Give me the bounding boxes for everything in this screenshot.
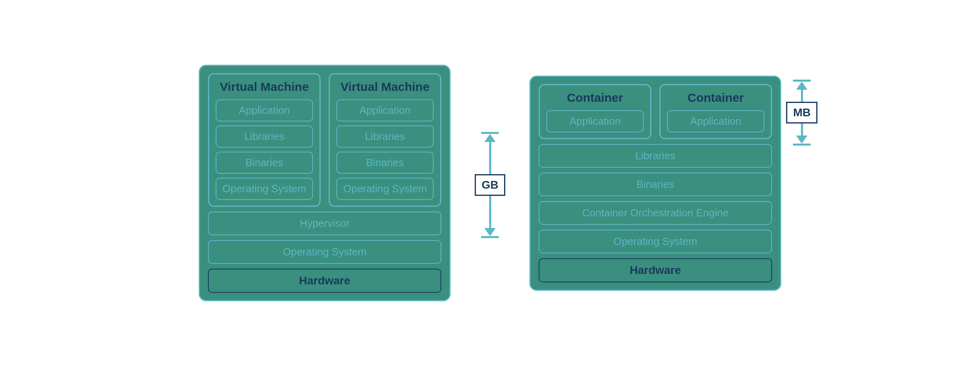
- mb-arrow-line-bottom: [801, 123, 803, 136]
- left-hardware-box: Hardware: [208, 269, 441, 293]
- vm2-title: Virtual Machine: [336, 80, 434, 94]
- vm1-title: Virtual Machine: [216, 80, 313, 94]
- mb-arrow-head-down: [796, 136, 807, 144]
- vm-pair: Virtual Machine Application Libraries Bi…: [208, 73, 441, 207]
- arrow-line-bottom: [489, 196, 491, 228]
- right-libraries-box: Libraries: [539, 144, 772, 168]
- vm1-binaries: Binaries: [216, 152, 313, 174]
- vm1-libraries: Libraries: [216, 125, 313, 148]
- vm-outer-box: Virtual Machine Application Libraries Bi…: [199, 65, 451, 301]
- container-section: Container Application Container Applicat…: [529, 76, 781, 291]
- mb-arrow: MB: [786, 80, 817, 146]
- arrow-head-down: [484, 228, 496, 236]
- vm2-libraries: Libraries: [336, 125, 434, 148]
- right-hardware-box: Hardware: [539, 258, 772, 282]
- vm-section: Virtual Machine Application Libraries Bi…: [199, 65, 451, 301]
- vm2-box: Virtual Machine Application Libraries Bi…: [329, 73, 441, 207]
- c2-application: Application: [667, 110, 764, 132]
- mb-arrow-head-up: [796, 82, 807, 90]
- engine-box: Container Orchestration Engine: [539, 201, 772, 225]
- left-os-box: Operating System: [208, 240, 441, 264]
- c1-title: Container: [546, 91, 644, 105]
- container-pair: Container Application Container Applicat…: [539, 84, 772, 139]
- container-outer-box: Container Application Container Applicat…: [529, 76, 781, 291]
- c1-application: Application: [546, 110, 644, 132]
- arrow-line-top: [489, 142, 491, 174]
- diagram-wrapper: Virtual Machine Application Libraries Bi…: [183, 49, 797, 317]
- mb-arrow-line-top: [801, 90, 803, 102]
- c2-box: Container Application: [659, 84, 772, 139]
- arrow-head-up: [484, 134, 496, 142]
- arrow-bottom-bar: [481, 236, 499, 238]
- gb-arrow: GB: [475, 132, 505, 238]
- vm1-os: Operating System: [216, 178, 313, 200]
- gb-label: GB: [475, 174, 505, 196]
- vm2-application: Application: [336, 99, 434, 121]
- vm1-box: Virtual Machine Application Libraries Bi…: [208, 73, 321, 207]
- mb-arrow-wrapper: MB: [786, 80, 817, 146]
- right-os-box: Operating System: [539, 230, 772, 253]
- mb-label: MB: [786, 102, 817, 123]
- c2-title: Container: [667, 91, 764, 105]
- vm1-application: Application: [216, 99, 313, 121]
- right-binaries-box: Binaries: [539, 173, 772, 196]
- vm2-os: Operating System: [336, 178, 434, 200]
- vm2-binaries: Binaries: [336, 152, 434, 174]
- mb-arrow-bottom-bar: [793, 144, 811, 146]
- c1-box: Container Application: [539, 84, 651, 139]
- hypervisor-box: Hypervisor: [208, 212, 441, 235]
- gb-arrow-section: GB: [475, 128, 505, 238]
